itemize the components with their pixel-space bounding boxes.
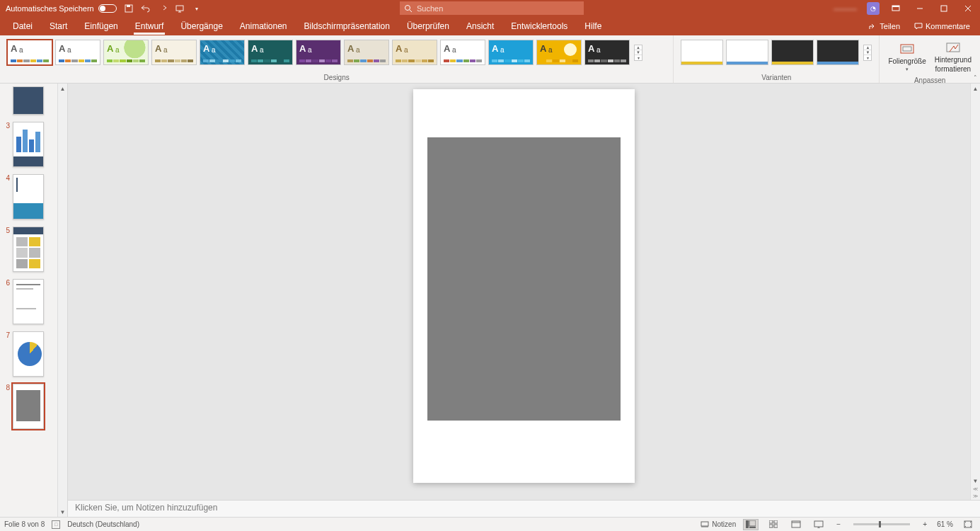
zoom-in-button[interactable]: + — [920, 520, 930, 528]
tab-übergänge[interactable]: Übergänge — [172, 18, 231, 35]
slide-preview[interactable] — [13, 86, 44, 115]
account-name[interactable]: ——— — [828, 4, 863, 13]
scroll-down-icon[interactable]: ▼ — [864, 50, 871, 55]
ribbon-display-icon[interactable] — [884, 0, 908, 17]
comments-button[interactable]: Kommentare — [909, 20, 976, 33]
slide-thumbnail[interactable]: 8 — [4, 384, 56, 429]
slide-thumbnail[interactable]: 3 — [4, 122, 56, 167]
variant-thumb[interactable] — [726, 40, 768, 65]
theme-thumb[interactable]: Aa — [488, 40, 534, 65]
format-background-button[interactable]: Hintergrund formatieren — [930, 38, 976, 76]
slide-preview[interactable] — [13, 384, 44, 429]
collapse-ribbon-icon[interactable]: ˄ — [974, 74, 977, 81]
qat-more-icon[interactable]: ▾ — [192, 4, 202, 13]
tab-entwicklertools[interactable]: Entwicklertools — [502, 18, 576, 35]
slide-preview[interactable] — [13, 227, 44, 272]
theme-thumb[interactable]: Aa — [392, 40, 437, 65]
normal-view-button[interactable] — [743, 519, 759, 530]
theme-thumb[interactable]: Aa — [584, 40, 630, 65]
slide-counter[interactable]: Folie 8 von 8 — [4, 520, 45, 528]
share-button[interactable]: Teilen — [863, 20, 906, 33]
notes-toggle[interactable]: Notizen — [701, 520, 736, 528]
redo-icon[interactable] — [158, 4, 168, 13]
theme-thumb[interactable]: Aa — [200, 40, 245, 65]
slideshow-view-button[interactable] — [811, 519, 826, 530]
tab-datei[interactable]: Datei — [4, 18, 41, 35]
minimize-button[interactable] — [908, 0, 932, 17]
sorter-view-button[interactable] — [766, 519, 781, 530]
svg-rect-18 — [792, 521, 800, 527]
slide-page[interactable] — [413, 89, 635, 483]
slide-size-button[interactable]: Foliengröße ▾ — [884, 38, 930, 76]
expand-gallery-icon[interactable]: ▾ — [635, 55, 642, 60]
theme-thumb[interactable]: Aa — [151, 40, 197, 65]
window-controls: ——— ◔ — [828, 0, 980, 17]
spellcheck-icon[interactable]: □ — [52, 520, 60, 529]
theme-thumb[interactable]: Aa — [296, 40, 341, 65]
language-indicator[interactable]: Deutsch (Deutschland) — [67, 520, 139, 528]
theme-thumb[interactable]: Aa — [440, 40, 485, 65]
variants-more[interactable]: ▲▼▾ — [863, 45, 872, 61]
slide-thumbnail[interactable]: 4 — [4, 174, 56, 219]
save-icon[interactable] — [124, 4, 134, 13]
zoom-percentage[interactable]: 61 % — [937, 520, 953, 528]
zoom-out-button[interactable]: − — [834, 520, 843, 528]
theme-thumb[interactable]: Aa — [55, 40, 100, 65]
expand-gallery-icon[interactable]: ▾ — [864, 55, 871, 60]
svg-rect-11 — [746, 520, 749, 528]
tab-entwurf[interactable]: Entwurf — [127, 18, 173, 35]
slide-preview[interactable] — [13, 122, 44, 167]
scroll-down-icon[interactable]: ▼ — [58, 507, 67, 517]
tab-überprüfen[interactable]: Überprüfen — [398, 18, 458, 35]
variant-thumb[interactable] — [681, 40, 723, 65]
scroll-up-icon[interactable]: ▲ — [971, 84, 980, 93]
account-avatar-icon[interactable]: ◔ — [867, 2, 880, 15]
themes-more[interactable]: ▲▼▾ — [634, 45, 642, 61]
maximize-button[interactable] — [932, 0, 956, 17]
search-input[interactable] — [417, 4, 580, 13]
scroll-up-icon[interactable]: ▲ — [58, 84, 67, 93]
theme-thumb[interactable]: Aa — [344, 40, 389, 65]
group-designs: AaAaAaAaAaAaAaAaAaAaAaAaAa▲▼▾ Designs — [0, 35, 674, 83]
variant-thumb[interactable] — [771, 40, 814, 65]
close-button[interactable] — [956, 0, 980, 17]
content-placeholder[interactable] — [427, 137, 621, 421]
slide-preview[interactable] — [13, 279, 44, 324]
toggle-icon — [98, 4, 117, 13]
slide-thumbnail[interactable]: 5 — [4, 227, 56, 272]
tab-start[interactable]: Start — [41, 18, 76, 35]
thumbnails-scrollbar[interactable]: ▲ ▼ — [57, 84, 67, 517]
scroll-down-icon[interactable]: ▼ — [971, 476, 980, 486]
prev-slide-icon[interactable]: ≪ — [971, 486, 980, 493]
start-show-icon[interactable] — [175, 4, 185, 13]
slide-thumbnail[interactable] — [4, 86, 56, 115]
theme-thumb[interactable]: Aa — [103, 40, 149, 65]
tab-hilfe[interactable]: Hilfe — [576, 18, 610, 35]
canvas-scrollbar[interactable]: ▲ ▼ ≪ ≫ — [970, 84, 980, 500]
theme-thumb[interactable]: Aa — [7, 40, 52, 65]
svg-rect-14 — [769, 520, 773, 523]
search-box[interactable] — [400, 1, 584, 15]
fit-to-window-button[interactable] — [960, 519, 976, 530]
zoom-slider[interactable] — [853, 523, 910, 525]
notes-pane[interactable]: Klicken Sie, um Notizen hinzuzufügen — [68, 500, 980, 517]
slide-thumbnail[interactable]: 7 — [4, 331, 56, 377]
scroll-down-icon[interactable]: ▼ — [635, 50, 642, 55]
undo-icon[interactable] — [141, 4, 151, 13]
autosave-toggle[interactable]: Automatisches Speichern — [6, 4, 117, 13]
slide-preview[interactable] — [13, 174, 44, 219]
theme-thumb[interactable]: Aa — [536, 40, 582, 65]
slide-preview[interactable] — [13, 331, 44, 377]
slide-canvas[interactable]: ▲ ▼ ≪ ≫ — [68, 84, 980, 500]
tab-einfügen[interactable]: Einfügen — [76, 18, 126, 35]
tab-ansicht[interactable]: Ansicht — [458, 18, 502, 35]
slide-thumbnail[interactable]: 6 — [4, 279, 56, 324]
slide-number: 6 — [4, 279, 10, 324]
tab-bildschirmpräsentation[interactable]: Bildschirmpräsentation — [296, 18, 398, 35]
theme-thumb[interactable]: Aa — [248, 40, 293, 65]
variant-thumb[interactable] — [817, 40, 859, 65]
tab-animationen[interactable]: Animationen — [231, 18, 296, 35]
next-slide-icon[interactable]: ≫ — [971, 493, 980, 500]
reading-view-button[interactable] — [788, 519, 804, 530]
svg-rect-19 — [814, 521, 823, 527]
